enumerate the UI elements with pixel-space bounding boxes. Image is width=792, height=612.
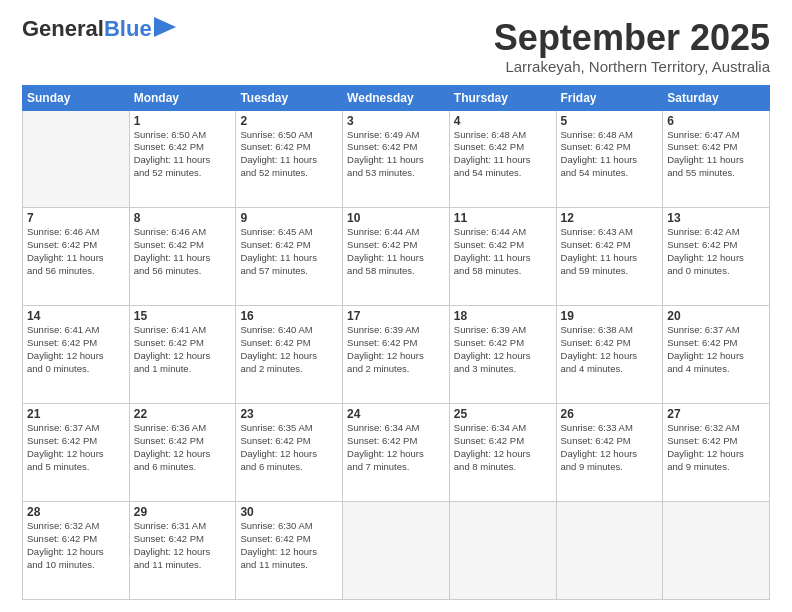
calendar-week-row: 28Sunrise: 6:32 AM Sunset: 6:42 PM Dayli… (23, 502, 770, 600)
day-number: 3 (347, 114, 445, 128)
calendar-day-cell: 19Sunrise: 6:38 AM Sunset: 6:42 PM Dayli… (556, 306, 663, 404)
calendar-day-cell: 8Sunrise: 6:46 AM Sunset: 6:42 PM Daylig… (129, 208, 236, 306)
day-info: Sunrise: 6:44 AM Sunset: 6:42 PM Dayligh… (347, 226, 445, 277)
calendar-day-cell: 28Sunrise: 6:32 AM Sunset: 6:42 PM Dayli… (23, 502, 130, 600)
day-number: 4 (454, 114, 552, 128)
calendar-day-cell: 6Sunrise: 6:47 AM Sunset: 6:42 PM Daylig… (663, 110, 770, 208)
calendar-day-cell: 24Sunrise: 6:34 AM Sunset: 6:42 PM Dayli… (343, 404, 450, 502)
calendar-day-cell (663, 502, 770, 600)
day-number: 2 (240, 114, 338, 128)
day-number: 23 (240, 407, 338, 421)
day-info: Sunrise: 6:39 AM Sunset: 6:42 PM Dayligh… (347, 324, 445, 375)
col-thursday: Thursday (449, 85, 556, 110)
day-info: Sunrise: 6:34 AM Sunset: 6:42 PM Dayligh… (454, 422, 552, 473)
calendar-header-row: Sunday Monday Tuesday Wednesday Thursday… (23, 85, 770, 110)
calendar-day-cell: 18Sunrise: 6:39 AM Sunset: 6:42 PM Dayli… (449, 306, 556, 404)
day-number: 30 (240, 505, 338, 519)
title-section: September 2025 Larrakeyah, Northern Terr… (494, 18, 770, 75)
calendar-day-cell: 15Sunrise: 6:41 AM Sunset: 6:42 PM Dayli… (129, 306, 236, 404)
col-sunday: Sunday (23, 85, 130, 110)
day-number: 1 (134, 114, 232, 128)
calendar-day-cell: 3Sunrise: 6:49 AM Sunset: 6:42 PM Daylig… (343, 110, 450, 208)
calendar-day-cell: 20Sunrise: 6:37 AM Sunset: 6:42 PM Dayli… (663, 306, 770, 404)
day-number: 28 (27, 505, 125, 519)
calendar-day-cell: 29Sunrise: 6:31 AM Sunset: 6:42 PM Dayli… (129, 502, 236, 600)
day-info: Sunrise: 6:41 AM Sunset: 6:42 PM Dayligh… (134, 324, 232, 375)
calendar-day-cell: 5Sunrise: 6:48 AM Sunset: 6:42 PM Daylig… (556, 110, 663, 208)
day-number: 27 (667, 407, 765, 421)
day-info: Sunrise: 6:33 AM Sunset: 6:42 PM Dayligh… (561, 422, 659, 473)
calendar-day-cell: 30Sunrise: 6:30 AM Sunset: 6:42 PM Dayli… (236, 502, 343, 600)
day-number: 14 (27, 309, 125, 323)
day-info: Sunrise: 6:40 AM Sunset: 6:42 PM Dayligh… (240, 324, 338, 375)
day-number: 29 (134, 505, 232, 519)
col-saturday: Saturday (663, 85, 770, 110)
calendar-day-cell: 11Sunrise: 6:44 AM Sunset: 6:42 PM Dayli… (449, 208, 556, 306)
day-info: Sunrise: 6:50 AM Sunset: 6:42 PM Dayligh… (134, 129, 232, 180)
day-number: 19 (561, 309, 659, 323)
day-info: Sunrise: 6:36 AM Sunset: 6:42 PM Dayligh… (134, 422, 232, 473)
day-number: 8 (134, 211, 232, 225)
day-number: 15 (134, 309, 232, 323)
day-number: 17 (347, 309, 445, 323)
day-number: 25 (454, 407, 552, 421)
day-info: Sunrise: 6:44 AM Sunset: 6:42 PM Dayligh… (454, 226, 552, 277)
day-number: 13 (667, 211, 765, 225)
col-wednesday: Wednesday (343, 85, 450, 110)
day-number: 20 (667, 309, 765, 323)
day-info: Sunrise: 6:37 AM Sunset: 6:42 PM Dayligh… (27, 422, 125, 473)
day-number: 9 (240, 211, 338, 225)
calendar-day-cell (449, 502, 556, 600)
calendar-day-cell (23, 110, 130, 208)
day-info: Sunrise: 6:48 AM Sunset: 6:42 PM Dayligh… (561, 129, 659, 180)
day-info: Sunrise: 6:48 AM Sunset: 6:42 PM Dayligh… (454, 129, 552, 180)
day-info: Sunrise: 6:46 AM Sunset: 6:42 PM Dayligh… (134, 226, 232, 277)
logo-part1: General (22, 16, 104, 41)
logo: GeneralBlue (22, 18, 176, 40)
subtitle: Larrakeyah, Northern Territory, Australi… (494, 58, 770, 75)
calendar-day-cell (343, 502, 450, 600)
day-number: 26 (561, 407, 659, 421)
day-info: Sunrise: 6:31 AM Sunset: 6:42 PM Dayligh… (134, 520, 232, 571)
calendar-day-cell (556, 502, 663, 600)
calendar-day-cell: 21Sunrise: 6:37 AM Sunset: 6:42 PM Dayli… (23, 404, 130, 502)
calendar-day-cell: 16Sunrise: 6:40 AM Sunset: 6:42 PM Dayli… (236, 306, 343, 404)
calendar-day-cell: 26Sunrise: 6:33 AM Sunset: 6:42 PM Dayli… (556, 404, 663, 502)
day-number: 22 (134, 407, 232, 421)
day-number: 11 (454, 211, 552, 225)
day-number: 16 (240, 309, 338, 323)
month-title: September 2025 (494, 18, 770, 58)
calendar-day-cell: 7Sunrise: 6:46 AM Sunset: 6:42 PM Daylig… (23, 208, 130, 306)
day-number: 10 (347, 211, 445, 225)
header: GeneralBlue September 2025 Larrakeyah, N… (22, 18, 770, 75)
day-info: Sunrise: 6:42 AM Sunset: 6:42 PM Dayligh… (667, 226, 765, 277)
day-info: Sunrise: 6:50 AM Sunset: 6:42 PM Dayligh… (240, 129, 338, 180)
calendar-week-row: 1Sunrise: 6:50 AM Sunset: 6:42 PM Daylig… (23, 110, 770, 208)
col-tuesday: Tuesday (236, 85, 343, 110)
calendar-table: Sunday Monday Tuesday Wednesday Thursday… (22, 85, 770, 600)
day-info: Sunrise: 6:37 AM Sunset: 6:42 PM Dayligh… (667, 324, 765, 375)
calendar-day-cell: 2Sunrise: 6:50 AM Sunset: 6:42 PM Daylig… (236, 110, 343, 208)
calendar-week-row: 21Sunrise: 6:37 AM Sunset: 6:42 PM Dayli… (23, 404, 770, 502)
day-number: 7 (27, 211, 125, 225)
day-number: 6 (667, 114, 765, 128)
day-number: 18 (454, 309, 552, 323)
logo-part2: Blue (104, 16, 152, 41)
calendar-day-cell: 27Sunrise: 6:32 AM Sunset: 6:42 PM Dayli… (663, 404, 770, 502)
day-info: Sunrise: 6:38 AM Sunset: 6:42 PM Dayligh… (561, 324, 659, 375)
logo-text: GeneralBlue (22, 18, 152, 40)
calendar-day-cell: 25Sunrise: 6:34 AM Sunset: 6:42 PM Dayli… (449, 404, 556, 502)
logo-arrow-icon (154, 17, 176, 37)
day-info: Sunrise: 6:32 AM Sunset: 6:42 PM Dayligh… (27, 520, 125, 571)
col-friday: Friday (556, 85, 663, 110)
day-info: Sunrise: 6:47 AM Sunset: 6:42 PM Dayligh… (667, 129, 765, 180)
day-info: Sunrise: 6:35 AM Sunset: 6:42 PM Dayligh… (240, 422, 338, 473)
day-number: 5 (561, 114, 659, 128)
day-info: Sunrise: 6:43 AM Sunset: 6:42 PM Dayligh… (561, 226, 659, 277)
day-number: 24 (347, 407, 445, 421)
calendar-day-cell: 9Sunrise: 6:45 AM Sunset: 6:42 PM Daylig… (236, 208, 343, 306)
calendar-day-cell: 4Sunrise: 6:48 AM Sunset: 6:42 PM Daylig… (449, 110, 556, 208)
col-monday: Monday (129, 85, 236, 110)
page: GeneralBlue September 2025 Larrakeyah, N… (0, 0, 792, 612)
day-number: 12 (561, 211, 659, 225)
